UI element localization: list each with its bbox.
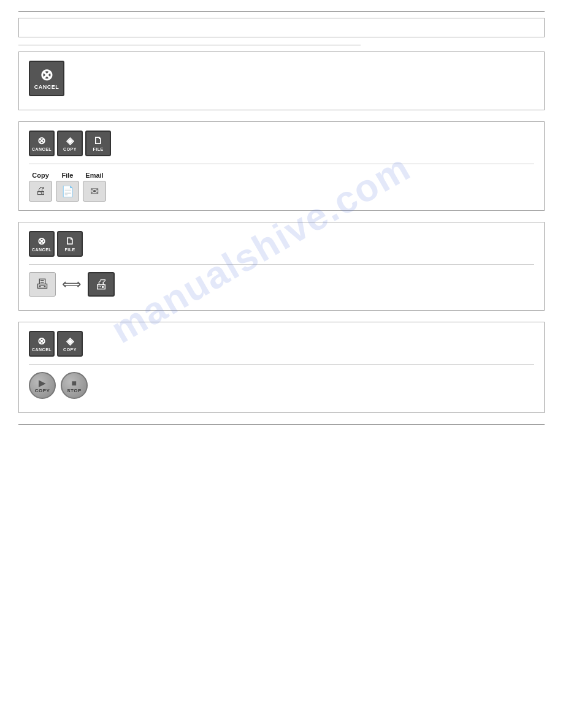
cancel-icon-s2: ⊗ [37, 136, 46, 146]
stop-round-label: STOP [67, 388, 82, 393]
section2-top-row: ⊗ CANCEL ◈ COPY 🗋 FILE [29, 131, 534, 156]
file-icon-s3: 🗋 [65, 237, 75, 246]
stop-round-button[interactable]: ■ STOP [61, 372, 88, 399]
copy-text-label: Copy [32, 172, 49, 179]
top-rule [18, 11, 545, 12]
copy-round-icon: ▶ [39, 378, 46, 388]
file-button-s3[interactable]: 🗋 FILE [57, 231, 83, 257]
section3-divider [29, 264, 534, 265]
copy-label-s2: COPY [63, 147, 77, 151]
copy-round-label: COPY [35, 388, 50, 393]
cancel-label-s3: CANCEL [32, 248, 52, 252]
cancel-button-s4[interactable]: ⊗ CANCEL [29, 331, 55, 357]
cancel-label-s4: CANCEL [32, 347, 52, 352]
file-light-icon[interactable]: 📄 [56, 181, 79, 202]
cancel-icon-s3: ⊗ [37, 237, 46, 246]
section1-box: ⊗ CANCEL [18, 51, 545, 110]
email-light-icon[interactable]: ✉ [83, 181, 106, 202]
scan-right-icon[interactable]: 🖨 [88, 272, 115, 297]
sub-label-line [18, 42, 361, 45]
file-button-s2[interactable]: 🗋 FILE [85, 131, 111, 156]
section3-top-row: ⊗ CANCEL 🗋 FILE [29, 231, 534, 257]
section4-top-row: ⊗ CANCEL ◈ COPY [29, 331, 534, 357]
page-container: ⊗ CANCEL ⊗ CANCEL ◈ COPY 🗋 FILE [0, 0, 563, 436]
email-text-label: Email [85, 172, 103, 179]
section3-bottom-row: 🖷 ⟺ 🖨 [29, 272, 534, 297]
file-label-s3: FILE [64, 248, 75, 252]
cancel-icon-s4: ⊗ [37, 336, 46, 346]
file-text-label: File [62, 172, 74, 179]
copy-group: Copy 🖨 [29, 172, 52, 202]
section2-divider [29, 164, 534, 164]
bottom-rule [18, 424, 545, 425]
section4-bottom-row: ▶ COPY ■ STOP [29, 372, 534, 399]
copy-icon-s4: ◈ [66, 336, 74, 346]
cancel-label-s2: CANCEL [32, 147, 52, 151]
copy-button-s4[interactable]: ◈ COPY [57, 331, 83, 357]
copy-light-icon[interactable]: 🖨 [29, 181, 52, 202]
email-group: Email ✉ [83, 172, 106, 202]
section2-bottom-row: Copy 🖨 File 📄 Email ✉ [29, 172, 534, 202]
cancel-button-s2[interactable]: ⊗ CANCEL [29, 131, 55, 156]
section1-btn-row: ⊗ CANCEL [29, 61, 534, 96]
stop-round-icon: ■ [72, 378, 77, 388]
section4-divider [29, 364, 534, 365]
file-label-s2: FILE [93, 147, 103, 151]
cancel-label-large: CANCEL [34, 84, 59, 90]
cancel-button-large[interactable]: ⊗ CANCEL [29, 61, 64, 96]
arrow-icon: ⟺ [62, 276, 82, 292]
copy-round-button[interactable]: ▶ COPY [29, 372, 56, 399]
copy-icon-s2: ◈ [66, 136, 74, 146]
file-group: File 📄 [56, 172, 79, 202]
copy-label-s4: COPY [63, 347, 77, 352]
section3-box: ⊗ CANCEL 🗋 FILE 🖷 ⟺ 🖨 [18, 222, 545, 311]
header-box [18, 18, 545, 37]
cancel-icon-large: ⊗ [40, 67, 54, 83]
scan-left-icon[interactable]: 🖷 [29, 272, 56, 297]
file-icon-s2: 🗋 [93, 136, 104, 146]
section4-box: ⊗ CANCEL ◈ COPY ▶ COPY ■ STOP [18, 322, 545, 413]
copy-button-s2[interactable]: ◈ COPY [57, 131, 83, 156]
cancel-button-s3[interactable]: ⊗ CANCEL [29, 231, 55, 257]
section2-box: ⊗ CANCEL ◈ COPY 🗋 FILE Copy 🖨 File 📄 [18, 121, 545, 211]
